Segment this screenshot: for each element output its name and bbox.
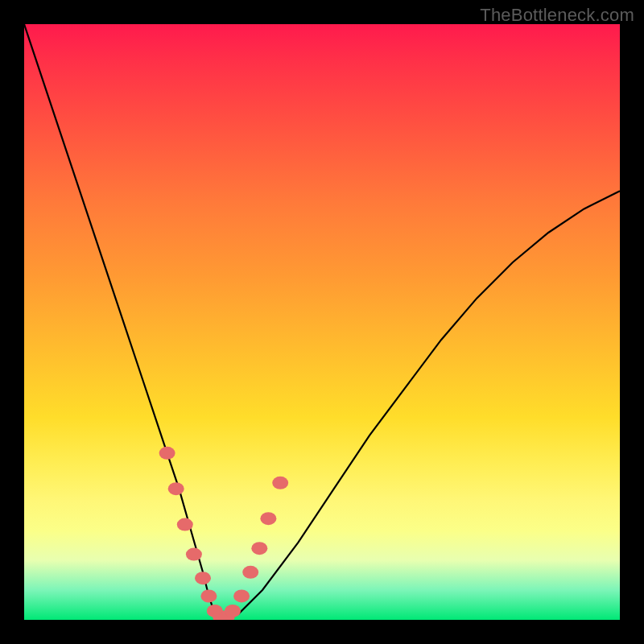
chart-frame: TheBottleneck.com [0,0,644,644]
highlight-dot [200,589,217,602]
highlight-dot [186,548,202,561]
highlight-dot [251,542,267,555]
highlight-dot [260,512,276,525]
highlight-dots-group [159,447,289,620]
plot-area [24,24,620,620]
highlight-dot [195,572,211,584]
highlight-dot [177,518,193,531]
curve-line [24,24,620,620]
highlight-dot [272,477,288,489]
watermark-text: TheBottleneck.com [480,5,634,26]
highlight-dot [233,589,250,602]
highlight-dot [159,447,175,460]
chart-svg [24,24,620,620]
highlight-dot [242,566,258,579]
highlight-dot [225,605,241,617]
highlight-dot [168,482,184,495]
bottleneck-curve-path [24,24,620,620]
